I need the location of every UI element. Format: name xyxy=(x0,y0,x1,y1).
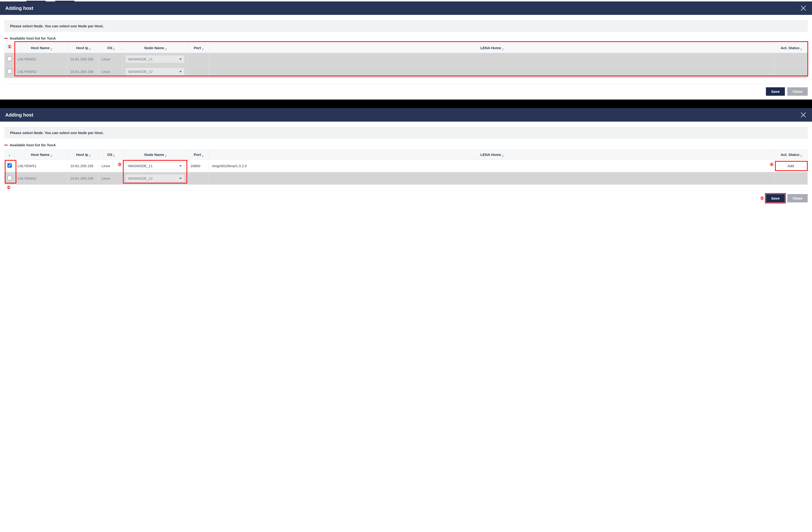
col-host-name[interactable]: Host Name xyxy=(15,150,68,160)
callout-number-4: ④ xyxy=(770,162,773,167)
cell-act-status xyxy=(774,172,808,185)
sort-icon[interactable] xyxy=(800,47,801,50)
cell-host-name: LNLYEWS2 xyxy=(15,172,68,185)
info-bar: Please select Node. You can select one N… xyxy=(4,20,808,32)
table-header-row: ▲ Host Name Host Ip OS Node Name Port LE… xyxy=(4,150,808,160)
cell-os: Linux xyxy=(99,53,122,65)
save-button[interactable]: Save xyxy=(766,87,785,96)
col-port[interactable]: Port xyxy=(187,43,209,53)
chevron-down-icon xyxy=(179,59,182,60)
sort-icon[interactable] xyxy=(502,154,503,157)
sort-icon[interactable] xyxy=(50,47,51,50)
node-name-select[interactable]: WASNODE_12 xyxy=(126,175,184,182)
cell-host-ip: 10.81.209.155 xyxy=(68,53,99,65)
sort-icon[interactable] xyxy=(502,47,503,50)
sort-icon[interactable] xyxy=(113,154,114,157)
chevron-down-icon xyxy=(179,71,182,72)
table-header-row: Host Name Host Ip OS Node Name Port LENA… xyxy=(4,43,808,53)
cell-lena-home: /engn001/lena/1.3.2.0 xyxy=(209,160,774,172)
adding-host-panel-2: Adding host Please select Node. You can … xyxy=(0,108,812,206)
close-icon[interactable] xyxy=(800,5,807,12)
cell-host-name: LNLYEWS2 xyxy=(15,65,68,78)
row-checkbox[interactable] xyxy=(8,176,12,180)
cell-act-status xyxy=(774,53,808,65)
separator-bar xyxy=(0,100,812,108)
sort-icon[interactable] xyxy=(89,47,90,50)
row-checkbox[interactable] xyxy=(8,57,12,61)
callout-number-2: ② xyxy=(7,185,11,190)
cell-host-ip: 10.81.209.155 xyxy=(68,160,99,172)
table-row: LNLYEWS1 10.81.209.155 Linux WASNODE_11 xyxy=(4,53,808,65)
col-checkbox[interactable]: ▲ xyxy=(4,150,15,160)
footer: ⑤ Save Close xyxy=(4,190,808,206)
act-status-add[interactable]: Add xyxy=(774,160,808,172)
table-row: LNLYEWS2 10.81.209.156 Linux WASNODE_12 xyxy=(4,65,808,78)
close-icon[interactable] xyxy=(800,112,807,118)
cell-host-name: LNLYEWS1 xyxy=(15,53,68,65)
section-header[interactable]: Available host list for TunA xyxy=(4,143,808,147)
cell-host-name: LNLYEWS1 xyxy=(15,160,68,172)
host-table-wrap-1: Host Name Host Ip OS Node Name Port LENA… xyxy=(4,43,808,78)
node-name-select[interactable]: WASNODE_12 xyxy=(126,68,184,75)
col-act-status[interactable]: Act. Status xyxy=(774,150,808,160)
col-port[interactable]: Port xyxy=(187,150,209,160)
cell-lena-home xyxy=(209,172,774,185)
row-checkbox[interactable] xyxy=(8,69,12,73)
cell-lena-home xyxy=(209,65,774,78)
cell-os: Linux xyxy=(99,172,122,185)
adding-host-panel-1: Adding host Please select Node. You can … xyxy=(0,1,812,100)
cell-port xyxy=(187,53,209,65)
col-os[interactable]: OS xyxy=(99,43,122,53)
callout-number-3: ③ xyxy=(118,162,121,167)
table-row: LNLYEWS2 10.81.209.156 Linux WASNODE_12 xyxy=(4,172,808,185)
sort-icon[interactable] xyxy=(800,154,801,157)
sort-icon[interactable] xyxy=(50,154,51,157)
host-table-wrap-2: ▲ Host Name Host Ip OS Node Name Port LE… xyxy=(4,149,808,185)
col-lena-home[interactable]: LENA Home xyxy=(209,43,774,53)
panel-header: Adding host xyxy=(0,108,812,122)
close-button[interactable]: Close xyxy=(787,194,808,203)
col-os[interactable]: OS xyxy=(99,150,122,160)
col-act-status[interactable]: Act. Status xyxy=(774,43,808,53)
collapse-icon[interactable] xyxy=(4,38,8,39)
node-name-select[interactable]: WASNODE_11 xyxy=(126,55,184,63)
footer: Save Close xyxy=(4,84,808,100)
collapse-icon[interactable] xyxy=(4,145,8,146)
panel-header: Adding host xyxy=(0,1,812,15)
cell-host-ip: 10.81.209.156 xyxy=(68,65,99,78)
dialog-title: Adding host xyxy=(5,112,33,118)
sort-icon[interactable] xyxy=(165,154,165,157)
sort-icon[interactable] xyxy=(113,47,114,50)
sort-icon[interactable] xyxy=(165,47,165,50)
cell-host-ip: 10.81.209.156 xyxy=(68,172,99,185)
cell-port: 16800 xyxy=(187,160,209,172)
cell-port xyxy=(187,65,209,78)
section-label: Available host list for TunA xyxy=(10,36,56,40)
info-bar: Please select Node. You can select one N… xyxy=(4,127,808,139)
cell-lena-home xyxy=(209,53,774,65)
col-node-name[interactable]: Node Name xyxy=(122,150,187,160)
row-checkbox[interactable] xyxy=(8,163,12,168)
cell-act-status xyxy=(774,65,808,78)
host-table: Host Name Host Ip OS Node Name Port LENA… xyxy=(4,43,808,78)
callout-number-5: ⑤ xyxy=(760,196,764,201)
sort-icon[interactable] xyxy=(202,154,203,157)
cell-port xyxy=(187,172,209,185)
sort-icon[interactable] xyxy=(202,47,203,50)
callout-number-1: ① xyxy=(8,44,12,49)
sort-up-icon[interactable]: ▲ xyxy=(9,154,11,157)
col-host-ip[interactable]: Host Ip xyxy=(68,43,99,53)
node-name-select[interactable]: WASNODE_11 xyxy=(126,162,184,169)
dialog-title: Adding host xyxy=(5,5,33,11)
col-lena-home[interactable]: LENA Home xyxy=(209,150,774,160)
sort-icon[interactable] xyxy=(89,154,90,157)
col-node-name[interactable]: Node Name xyxy=(122,43,187,53)
section-label: Available host list for TunA xyxy=(10,143,56,147)
close-button[interactable]: Close xyxy=(787,87,808,96)
host-table: ▲ Host Name Host Ip OS Node Name Port LE… xyxy=(4,149,808,185)
section-header[interactable]: Available host list for TunA xyxy=(4,36,808,40)
col-host-name[interactable]: Host Name xyxy=(15,43,68,53)
save-button[interactable]: Save xyxy=(766,194,785,203)
cell-os: Linux xyxy=(99,65,122,78)
col-host-ip[interactable]: Host Ip xyxy=(68,150,99,160)
